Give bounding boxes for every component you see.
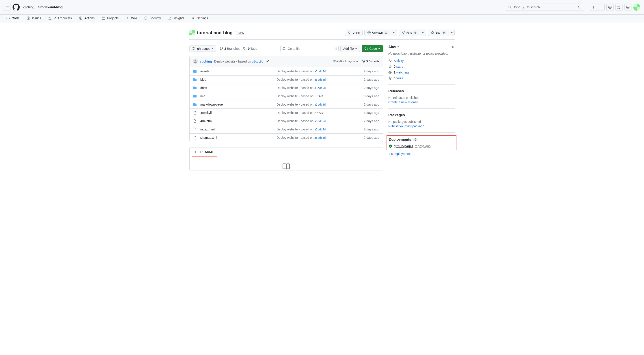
file-commit-hash-link[interactable]: a3cdc5d <box>314 120 326 123</box>
file-name-link[interactable]: markdown-page <box>200 103 223 106</box>
checks-success-icon[interactable] <box>266 60 269 63</box>
tab-issues[interactable]: Issues <box>24 14 44 22</box>
file-name-link[interactable]: index.html <box>200 128 215 131</box>
folder-icon <box>193 86 198 90</box>
file-commit-hash-link[interactable]: a3cdc5d <box>314 86 326 90</box>
tab-security[interactable]: Security <box>142 14 164 22</box>
commit-hash-link[interactable]: a3cdc5d <box>252 60 264 63</box>
unpin-button[interactable]: Unpin <box>345 30 362 36</box>
svg-point-29 <box>389 77 390 78</box>
tab-insights[interactable]: Insights <box>165 14 187 22</box>
pull-requests-header-button[interactable] <box>615 4 622 11</box>
tab-actions[interactable]: Actions <box>76 14 97 22</box>
breadcrumb-repo-link[interactable]: tutorial-and-blog <box>38 6 62 9</box>
eye-icon <box>367 31 371 34</box>
file-commit-message[interactable]: Deploy website - based on HEAD <box>276 94 352 98</box>
tab-settings[interactable]: Settings <box>189 14 211 22</box>
tab-code[interactable]: Code <box>4 14 22 22</box>
caret-down-icon <box>212 48 213 50</box>
commit-message[interactable]: Deploy website - based on a3cdc5d <box>214 60 263 63</box>
github-logo[interactable] <box>12 4 20 11</box>
insights-tab-icon <box>168 16 172 20</box>
file-commit-hash-link[interactable]: a3cdc5d <box>314 103 326 106</box>
file-row: docs Deploy website - based on a3cdc5d 2… <box>190 84 383 92</box>
commit-author-link[interactable]: cpching <box>200 60 212 63</box>
unwatch-button[interactable]: Unwatch 1 <box>364 30 391 36</box>
svg-point-3 <box>618 6 618 7</box>
file-name-link[interactable]: blog <box>200 78 206 81</box>
tab-pulls[interactable]: Pull requests <box>46 14 74 22</box>
file-commit-message[interactable]: Deploy website - based on a3cdc5d <box>276 136 352 140</box>
file-commit-message[interactable]: Deploy website - based on a3cdc5d <box>276 70 352 73</box>
add-file-button[interactable]: Add file <box>340 45 360 52</box>
header-divider <box>587 5 587 10</box>
svg-point-9 <box>49 19 50 20</box>
edit-about-button[interactable] <box>451 45 455 49</box>
file-commit-hash-link[interactable]: a3cdc5d <box>314 78 326 81</box>
tab-projects[interactable]: Projects <box>99 14 121 22</box>
stars-link[interactable]: 0 stars <box>388 65 455 68</box>
file-commit-message[interactable]: Deploy website - based on HEAD <box>276 111 352 114</box>
file-commit-date: 2 days ago <box>352 136 379 140</box>
svg-point-14 <box>368 32 370 33</box>
svg-point-20 <box>194 48 196 48</box>
file-commit-date: 2 days ago <box>352 86 379 90</box>
code-icon <box>364 47 368 50</box>
readme-tab-label: README <box>200 150 214 154</box>
file-commit-hash-link[interactable]: a3cdc5d <box>314 70 326 73</box>
go-to-file-box[interactable]: t <box>280 45 338 52</box>
deployment-item[interactable]: github-pages 2 days ago <box>389 144 454 148</box>
star-button[interactable]: Star 0 <box>428 30 449 36</box>
fork-button[interactable]: Fork 0 <box>399 30 420 36</box>
fork-count: 0 <box>413 32 417 34</box>
commit-sha-and-time[interactable]: 8f0e449 · 2 days ago <box>333 60 358 63</box>
breadcrumb-owner-link[interactable]: cpching <box>23 6 34 9</box>
svg-point-13 <box>193 18 194 19</box>
file-name-link[interactable]: img <box>200 94 206 98</box>
issues-header-button[interactable] <box>606 4 614 11</box>
file-commit-message[interactable]: Deploy website - based on a3cdc5d <box>276 128 352 131</box>
branches-label: Branches <box>227 47 240 50</box>
file-name-link[interactable]: .nojekyll <box>200 111 212 114</box>
file-name-link[interactable]: 404.html <box>200 119 212 123</box>
readme-tab[interactable]: README <box>192 148 217 157</box>
file-commit-message[interactable]: Deploy website - based on a3cdc5d <box>276 86 352 90</box>
activity-link[interactable]: Activity <box>388 59 455 62</box>
forks-link[interactable]: 0 forks <box>388 76 455 80</box>
commits-history-link[interactable]: 5 Commits <box>362 60 379 63</box>
watch-dropdown[interactable] <box>391 30 397 36</box>
hamburger-menu-button[interactable] <box>4 4 11 11</box>
star-dropdown[interactable] <box>449 30 455 36</box>
tab-insights-label: Insights <box>174 16 184 20</box>
file-name-link[interactable]: sitemap.xml <box>200 136 217 140</box>
file-name-link[interactable]: docs <box>200 86 207 90</box>
user-avatar[interactable] <box>633 4 640 11</box>
file-name-link[interactable]: assets <box>200 70 209 73</box>
create-release-link[interactable]: Create a new release <box>388 100 418 104</box>
stars-count: 0 <box>394 65 396 68</box>
commit-author-avatar[interactable] <box>193 59 198 64</box>
code-download-button[interactable]: Code <box>362 45 383 52</box>
fork-dropdown[interactable] <box>420 30 426 36</box>
file-commit-hash-link[interactable]: a3cdc5d <box>314 128 326 131</box>
notifications-button[interactable] <box>624 4 632 11</box>
more-deployments-link[interactable]: + 5 deployments <box>388 152 412 156</box>
create-new-menu[interactable] <box>590 4 604 11</box>
file-commit-hash-link[interactable]: a3cdc5d <box>314 136 326 140</box>
deployments-heading[interactable]: Deployments 6 <box>389 138 454 142</box>
file-commit-message[interactable]: Deploy website - based on a3cdc5d <box>276 78 352 81</box>
watching-link[interactable]: 1 watching <box>388 70 455 74</box>
global-search[interactable]: Type / to search <box>506 4 584 11</box>
go-to-file-input[interactable] <box>288 47 332 50</box>
branches-link[interactable]: 2 Branches <box>220 47 240 50</box>
branch-select-button[interactable]: gh-pages <box>189 46 216 52</box>
svg-rect-12 <box>102 17 105 20</box>
file-commit-message[interactable]: Deploy website - based on a3cdc5d <box>276 119 352 123</box>
tags-link[interactable]: 0 Tags <box>243 47 257 50</box>
pulse-icon <box>388 59 392 62</box>
file-commit-message[interactable]: Deploy website - based on a3cdc5d <box>276 103 352 106</box>
fork-icon <box>402 31 405 34</box>
tab-wiki[interactable]: Wiki <box>123 14 140 22</box>
file-row: .nojekyll Deploy website - based on HEAD… <box>190 108 383 117</box>
publish-package-link[interactable]: Publish your first package <box>388 124 424 128</box>
